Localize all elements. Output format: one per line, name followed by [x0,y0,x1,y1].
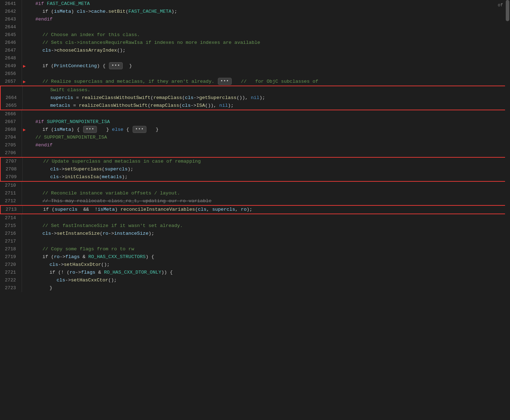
code-line: 2665 metacls = realizeClassWithoutSwift(… [1,102,506,110]
code-line: 2666 [0,110,510,118]
line-content: // Update superclass and metaclass in ca… [28,158,506,165]
code-token: reconcileInstanceVariables [121,207,195,212]
code-token: -> [191,103,196,108]
code-token: ); [228,103,233,108]
code-token: ) [71,9,77,14]
code-token: ( [179,103,182,108]
code-line: 2712 // This may reallocate class_ro_t, … [0,197,510,205]
line-arrow-indicator [23,173,28,181]
code-token: PrintConnecting [54,63,97,69]
code-token: setSuperclass [65,167,102,172]
line-number: 2657 [0,78,22,86]
line-number: 2643 [0,16,22,23]
line-content: // Set fastInstanceSize if it wasn't set… [27,222,510,230]
line-content: metacls = realizeClassWithoutSwift(remap… [28,102,506,110]
line-arrow-indicator [22,149,27,157]
red-box-1: Swift classes. 2664 supercls = realizeCl… [0,86,507,110]
code-token: && ! [77,207,98,212]
code-token: -> [51,231,57,236]
line-content [27,214,510,222]
code-line: 2649 ▶ if (PrintConnecting) { ••• } [0,62,510,70]
line-number: 2668 [0,126,22,134]
code-token: -> [108,231,114,236]
code-token: } [98,127,112,132]
code-token: ( [100,231,103,236]
code-line: 2645 // Choose an index for this class. [0,31,510,39]
line-number: 2723 [0,284,22,292]
code-token: , [235,207,241,212]
code-line: 2717 [0,238,510,245]
line-arrow-indicator [22,261,27,269]
line-arrow-indicator [22,269,27,276]
scrollbar-thumb[interactable] [506,0,509,21]
line-arrow-indicator [22,238,27,245]
code-token: supercls [105,167,128,172]
code-token: ); [122,174,128,180]
line-content: #endif [27,141,510,149]
line-number [1,86,23,94]
code-token: else [112,127,123,132]
code-token: setBit [108,9,126,14]
line-content: supercls = realizeClassWithoutSwift(rema… [28,94,506,102]
line-arrow-indicator [22,222,27,230]
line-content: #if SUPPORT_NONPOINTER_ISA [27,118,510,126]
code-token: -> [59,167,64,172]
red-box-3: 2713 if (supercls && !isMeta) reconcileI… [0,205,507,214]
code-token: realizeClassWithoutSwift [79,103,147,108]
code-token: #endif [35,17,53,22]
code-token: ) [115,207,121,212]
code-line: 2719 if (ro->flags & RO_HAS_CXX_STRUCTOR… [0,253,510,261]
code-line: 2722 cls->setHasCxxCtor(); [0,276,510,284]
code-token: -> [65,278,71,283]
code-token: isMeta [54,127,71,132]
code-token: -> [193,95,199,100]
code-token: cls [50,262,58,267]
line-arrow-indicator [22,245,27,253]
line-arrow-indicator: ▶ [22,78,27,86]
line-content [27,238,510,245]
code-line: 2644 [0,23,510,31]
scrollbar[interactable] [505,0,510,420]
collapsed-code-pill[interactable]: ••• [133,126,146,133]
code-token: if ( [43,207,54,212]
line-arrow-indicator [22,39,27,47]
code-token: ISA [196,103,205,108]
collapsed-code-pill[interactable]: ••• [218,78,232,85]
line-arrow-indicator [22,182,27,189]
code-line: 2705 #endif [0,141,510,149]
collapsed-code-pill[interactable]: ••• [83,126,97,133]
line-number: 2722 [0,276,22,284]
line-number: 2704 [0,134,22,141]
code-token: ( [147,103,150,108]
code-line: 2657 ▶ // Realize superclass and metacla… [0,78,510,86]
collapsed-code-pill[interactable]: ••• [109,62,123,69]
line-number: 2646 [0,39,22,47]
code-line: 2716 cls->setInstanceSize(ro->instanceSi… [0,230,510,238]
line-number: 2718 [0,245,22,253]
line-number: 2711 [0,189,22,197]
code-line: 2718 // Copy some flags from ro to rw [0,245,510,253]
code-token: // This may reallocate class_ro_t, updat… [42,198,211,204]
code-token: = [70,103,79,108]
code-token: // Choose an index for this class. [42,32,140,37]
code-token: cls [42,231,51,236]
code-token: ( [195,207,198,212]
code-token: supercls [54,207,77,212]
line-number: 2647 [0,47,22,54]
line-number: 2717 [0,238,22,245]
code-token: ) { [97,63,108,69]
line-arrow-indicator [22,197,27,205]
red-box-2: 2707 // Update superclass and metaclass … [0,157,507,182]
code-token: -> [75,270,81,275]
code-token: Swift classes. [50,87,90,93]
line-content [27,23,510,31]
code-token: setHasCxxDtor [64,262,101,267]
code-token: & [95,270,104,275]
code-token: ); [247,207,252,212]
code-token: nil [219,103,228,108]
code-token: cls [50,167,59,172]
line-number: 2714 [0,214,22,222]
code-token: instanceSize [114,231,149,236]
code-token: ); [259,95,265,100]
code-line: 2707 // Update superclass and metaclass … [1,158,506,165]
